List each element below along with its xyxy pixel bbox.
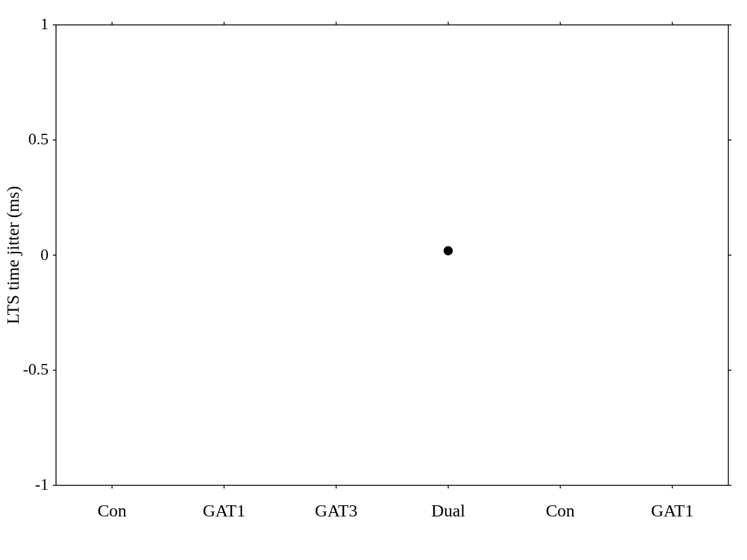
ytick-label-neg1: -1 — [35, 475, 49, 493]
xlabel-con1: Con — [98, 501, 127, 520]
data-point-dual — [444, 246, 453, 255]
xlabel-gat3: GAT3 — [315, 501, 357, 520]
scatter-chart: LTS time jitter (ms) 1 0.5 0 — [0, 0, 747, 560]
xlabel-gat1-2: GAT1 — [651, 501, 693, 520]
ytick-label-neg0.5: -0.5 — [23, 360, 49, 378]
ytick-label-1: 1 — [40, 15, 49, 33]
xlabel-con2: Con — [546, 501, 575, 520]
xlabel-dual: Dual — [431, 501, 466, 520]
ytick-label-0.5: 0.5 — [29, 130, 49, 148]
ytick-label-0: 0 — [40, 246, 49, 264]
xlabel-gat1-1: GAT1 — [203, 501, 245, 520]
chart-container: LTS time jitter (ms) 1 0.5 0 — [0, 0, 747, 560]
y-axis-label: LTS time jitter (ms) — [3, 186, 22, 324]
